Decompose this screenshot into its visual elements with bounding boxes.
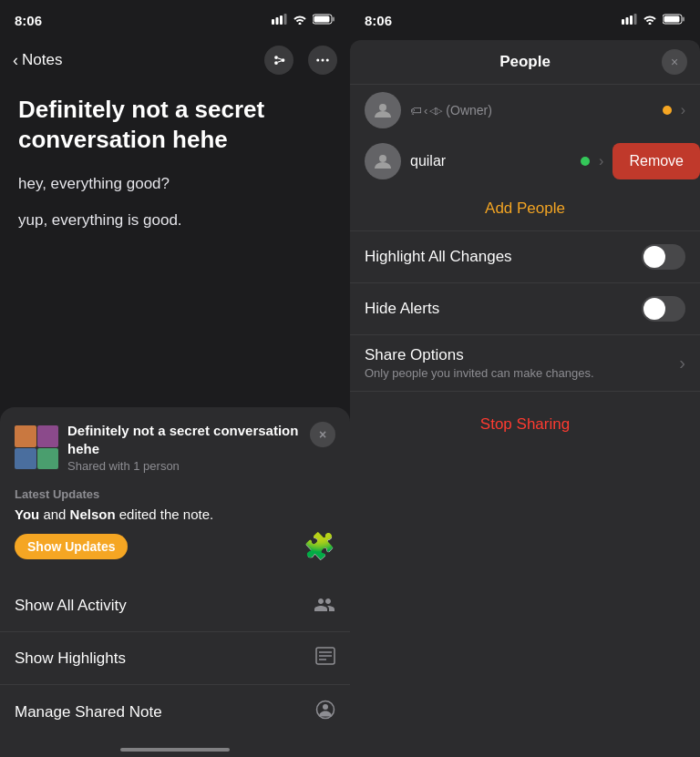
people-modal: People × 🏷 ‹ ◁▷ (Owner) ›	[350, 40, 700, 757]
show-highlights-label: Show Highlights	[15, 650, 126, 668]
quilar-name: quilar	[410, 153, 446, 169]
manage-shared-note-label: Manage Shared Note	[15, 703, 162, 721]
back-chevron-icon: ‹	[13, 51, 18, 70]
nav-bar-left: ‹ Notes	[0, 40, 350, 80]
share-options-sub: Only people you invited can make changes…	[365, 366, 594, 380]
owner-chevron-left-icon: ‹	[424, 104, 427, 118]
owner-label: (Owner)	[446, 103, 492, 118]
owner-flag-icon: 🏷	[410, 104, 422, 118]
share-options-left: Share Options Only people you invited ca…	[365, 346, 594, 380]
modal-close-button[interactable]: ×	[662, 49, 687, 75]
person-row-owner[interactable]: 🏷 ‹ ◁▷ (Owner) ›	[350, 85, 700, 136]
card-subtitle: Shared with 1 person	[67, 459, 310, 473]
stop-sharing-button[interactable]: Stop Sharing	[350, 401, 700, 448]
svg-rect-2	[280, 15, 283, 25]
svg-rect-24	[634, 14, 637, 25]
nav-actions	[264, 46, 337, 75]
card-note-title: Definitely not a secret conversation heh…	[67, 422, 310, 457]
svg-rect-3	[284, 14, 287, 25]
owner-tag-icon: ◁▷	[429, 105, 440, 117]
manage-shared-note-row[interactable]: Manage Shared Note	[0, 684, 350, 739]
updates-and: and	[43, 506, 69, 522]
svg-rect-22	[626, 17, 629, 25]
svg-rect-21	[622, 19, 624, 25]
highlight-all-label: Highlight All Changes	[365, 248, 512, 266]
modal-header: People ×	[350, 40, 700, 85]
svg-rect-27	[683, 16, 685, 21]
svg-rect-5	[314, 15, 330, 22]
right-panel: 8:06 People ×	[350, 0, 700, 757]
bottom-card: Definitely not a secret conversation heh…	[0, 407, 350, 757]
hide-alerts-row[interactable]: Hide Alerts	[350, 283, 700, 335]
avatar-cell-4	[37, 448, 59, 470]
home-indicator-left	[120, 748, 230, 752]
updates-emoji: 🧩	[304, 531, 335, 561]
person-left-quilar: quilar	[365, 143, 446, 179]
svg-rect-1	[276, 17, 279, 25]
show-highlights-row[interactable]: Show Highlights	[0, 631, 350, 684]
updates-text: You and Nelson edited the note.	[15, 506, 335, 522]
battery-icon-left	[313, 14, 335, 27]
settings-section: Highlight All Changes Hide Alerts	[350, 231, 700, 335]
remove-person-button[interactable]: Remove	[612, 143, 700, 179]
people-icon	[314, 594, 335, 617]
highlight-all-changes-row[interactable]: Highlight All Changes	[350, 231, 700, 283]
left-panel: 8:06 ‹ Notes Defini	[0, 0, 350, 757]
note-body: hey, everything good? yup, everything is…	[18, 172, 332, 231]
svg-point-29	[379, 155, 386, 162]
svg-point-12	[316, 59, 319, 62]
status-time-right: 8:06	[365, 13, 392, 28]
status-bar-left: 8:06	[0, 0, 350, 40]
battery-icon-right	[663, 14, 685, 27]
card-close-button[interactable]: ×	[310, 422, 335, 447]
svg-rect-0	[272, 19, 274, 25]
share-options-row[interactable]: Share Options Only people you invited ca…	[350, 335, 700, 392]
svg-point-14	[326, 59, 329, 62]
manage-icon	[315, 700, 335, 724]
share-options-title: Share Options	[365, 346, 594, 364]
owner-chevron-right-icon: ›	[681, 102, 685, 118]
show-updates-button[interactable]: Show Updates	[15, 534, 128, 559]
share-options-chevron-icon: ›	[679, 353, 685, 373]
add-people-button[interactable]: Add People	[350, 187, 700, 231]
svg-rect-23	[630, 15, 633, 25]
updates-row: Show Updates 🧩	[15, 531, 335, 561]
updates-you: You	[15, 506, 39, 522]
avatar-cell-1	[15, 425, 36, 447]
note-line-2: yup, everything is good.	[18, 209, 332, 232]
status-icons-left	[272, 14, 335, 27]
updates-label: Latest Updates	[15, 487, 335, 501]
wifi-icon-right	[643, 14, 657, 27]
updates-suffix: edited the note.	[119, 506, 213, 522]
card-rows-container: Show All Activity Show Highlights Manage…	[0, 579, 350, 739]
share-note-button[interactable]	[264, 46, 293, 75]
updates-name: Nelson	[70, 506, 116, 522]
avatar-group	[15, 425, 58, 469]
show-all-activity-label: Show All Activity	[15, 597, 127, 615]
more-options-button[interactable]	[308, 46, 337, 75]
person-row-quilar: quilar › Remove	[350, 136, 700, 187]
owner-status-dot	[663, 106, 672, 115]
quilar-avatar	[365, 143, 401, 179]
status-time-left: 8:06	[15, 13, 42, 28]
hide-alerts-toggle[interactable]	[642, 296, 685, 322]
quilar-chevron-right-icon: ›	[599, 153, 603, 169]
card-header-left: Definitely not a secret conversation heh…	[15, 422, 310, 473]
avatar-mosaic	[15, 425, 58, 469]
svg-rect-26	[664, 15, 680, 22]
status-bar-right: 8:06	[350, 0, 700, 40]
status-icons-right	[622, 14, 685, 27]
back-button[interactable]: ‹ Notes	[13, 51, 62, 70]
hide-alerts-label: Hide Alerts	[365, 300, 439, 318]
avatar-cell-2	[37, 425, 59, 447]
show-all-activity-row[interactable]: Show All Activity	[0, 579, 350, 631]
highlight-all-toggle[interactable]	[642, 244, 685, 270]
note-line-1: hey, everything good?	[18, 172, 332, 196]
card-info: Definitely not a secret conversation heh…	[67, 422, 310, 473]
quilar-status-dot	[581, 157, 590, 166]
svg-point-8	[274, 61, 278, 65]
svg-line-10	[278, 58, 282, 60]
updates-section: Latest Updates You and Nelson edited the…	[0, 480, 350, 572]
svg-point-9	[282, 58, 285, 62]
avatar-cell-3	[15, 448, 36, 470]
